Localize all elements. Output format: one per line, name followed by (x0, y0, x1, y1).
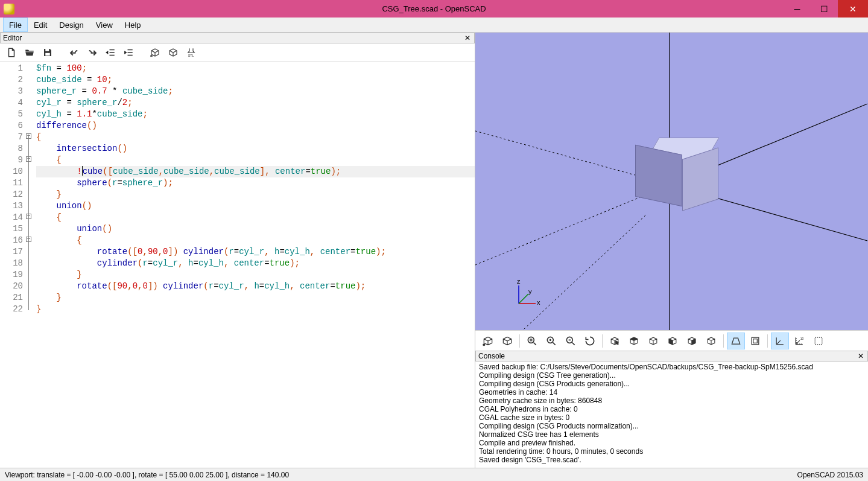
menu-help[interactable]: Help (119, 18, 147, 32)
zoom-in-button[interactable] (542, 333, 560, 349)
console-panel-header: Console ✕ (475, 351, 868, 362)
view-right-button[interactable] (606, 333, 624, 349)
code-line[interactable]: sphere_r = 0.7 * cube_side; (36, 86, 475, 97)
view-front-button[interactable] (683, 333, 701, 349)
svg-line-6 (475, 194, 647, 265)
view-left-button[interactable] (664, 333, 682, 349)
menu-file[interactable]: File (3, 18, 28, 32)
menu-design[interactable]: Design (53, 18, 89, 32)
console-line: Compiling design (CSG Tree generation)..… (479, 371, 864, 380)
editor-pane: Editor ✕ STL 123456789101112131415161718… (0, 33, 475, 468)
svg-line-8 (505, 214, 647, 330)
console-line: Total rendering time: 0 hours, 0 minutes… (479, 447, 864, 456)
code-line[interactable]: cyl_h = 1.1*cube_side; (36, 109, 475, 120)
code-editor[interactable]: 12345678910111213141516171819202122 −−−−… (0, 62, 475, 468)
code-line[interactable]: } (36, 269, 475, 281)
minimize-button[interactable]: ─ (784, 0, 811, 18)
statusbar: Viewport: translate = [ -0.00 -0.00 -0.0… (0, 468, 868, 481)
console-line: Geometry cache size in bytes: 860848 (479, 397, 864, 405)
new-file-button[interactable] (4, 45, 19, 60)
code-line[interactable]: { (36, 212, 475, 223)
status-viewport-info: Viewport: translate = [ -0.00 -0.00 -0.0… (5, 471, 289, 479)
code-line[interactable]: sphere(r=sphere_r); (36, 177, 475, 189)
right-pane: z y x 10 (475, 33, 868, 468)
menu-view[interactable]: View (90, 18, 119, 32)
code-line[interactable]: $fn = 100; (36, 63, 475, 74)
show-scale-button[interactable]: 10 (790, 333, 808, 349)
console-pane: Console ✕ Saved backup file: C:/Users/St… (475, 351, 868, 468)
svg-rect-0 (45, 49, 49, 51)
code-line[interactable]: rotate([0,90,0]) cylinder(r=cyl_r, h=cyl… (36, 246, 475, 258)
svg-line-4 (475, 131, 650, 179)
code-line[interactable]: } (36, 189, 475, 200)
perspective-button[interactable] (727, 333, 745, 349)
editor-panel-header: Editor ✕ (0, 33, 475, 43)
window-title: CSG_Tree.scad - OpenSCAD (0, 4, 868, 13)
svg-line-11 (519, 294, 528, 304)
console-output[interactable]: Saved backup file: C:/Users/Steve/Docume… (475, 362, 868, 468)
reset-view-button[interactable] (581, 333, 599, 349)
console-panel-close-icon[interactable]: ✕ (857, 352, 865, 360)
undo-button[interactable] (66, 45, 82, 60)
orthographic-button[interactable] (746, 333, 764, 349)
code-line[interactable]: cube_side = 10; (36, 74, 475, 86)
editor-panel-close-icon[interactable]: ✕ (463, 34, 472, 42)
svg-rect-18 (815, 337, 822, 345)
console-line: Compiling design (CSG Products generatio… (479, 380, 864, 388)
menu-edit[interactable]: Edit (28, 18, 53, 32)
unindent-button[interactable] (103, 45, 118, 60)
menubar: File Edit Design View Help (0, 18, 868, 33)
code-line[interactable]: difference() (36, 120, 475, 132)
redo-button[interactable] (84, 45, 100, 60)
code-line[interactable]: } (36, 292, 475, 304)
close-button[interactable]: ✕ (838, 0, 868, 18)
view-top-button[interactable] (625, 333, 643, 349)
show-axes-button[interactable] (771, 333, 789, 349)
console-line: CGAL cache size in bytes: 0 (479, 413, 864, 422)
console-line: Compile and preview finished. (479, 439, 864, 447)
zoom-all-button[interactable] (523, 333, 541, 349)
code-line[interactable]: intersection() (36, 143, 475, 154)
code-line[interactable]: rotate([90,0,0]) cylinder(r=cyl_r, h=cyl… (36, 281, 475, 292)
view-bottom-button[interactable] (644, 333, 662, 349)
code-line[interactable]: cylinder(r=cyl_r, h=cyl_h, center=true); (36, 258, 475, 269)
console-line: Compiling design (CSG Products normaliza… (479, 422, 864, 430)
titlebar: CSG_Tree.scad - OpenSCAD ─ ☐ ✕ (0, 0, 868, 18)
console-panel-label: Console (478, 352, 505, 360)
code-line[interactable]: !cube([cube_side,cube_side,cube_side], c… (36, 166, 475, 177)
view-back-button[interactable] (702, 333, 720, 349)
maximize-button[interactable]: ☐ (811, 0, 838, 18)
console-line: CGAL Polyhedrons in cache: 0 (479, 405, 864, 413)
svg-rect-1 (45, 53, 50, 56)
editor-panel-label: Editor (3, 34, 22, 42)
show-crosshairs-button[interactable] (809, 333, 828, 349)
svg-rect-15 (752, 337, 759, 345)
code-line[interactable]: union() (36, 200, 475, 212)
code-line[interactable]: { (36, 132, 475, 143)
preview-view-button[interactable] (479, 333, 497, 349)
code-line[interactable]: cyl_r = sphere_r/2; (36, 97, 475, 109)
code-line[interactable]: { (36, 154, 475, 166)
render-view-button[interactable] (498, 333, 516, 349)
app-icon (4, 4, 14, 14)
svg-rect-16 (753, 339, 758, 343)
3d-viewport[interactable]: z y x (475, 33, 868, 330)
axis-z-label: z (517, 278, 521, 285)
svg-text:STL: STL (188, 53, 194, 57)
status-version: OpenSCAD 2015.03 (797, 471, 863, 479)
axis-x-label: x (537, 299, 540, 306)
zoom-out-button[interactable] (562, 333, 580, 349)
indent-button[interactable] (121, 45, 136, 60)
render-button[interactable] (165, 45, 181, 60)
console-line: Saved backup file: C:/Users/Steve/Docume… (479, 363, 864, 371)
console-line: Saved design 'CSG_Tree.scad'. (479, 456, 864, 464)
open-file-button[interactable] (22, 45, 37, 60)
preview-button[interactable] (147, 45, 163, 60)
code-line[interactable]: } (36, 304, 475, 315)
axis-gizmo: z y x (512, 281, 542, 312)
export-stl-button[interactable]: STL (183, 45, 199, 60)
save-file-button[interactable] (40, 45, 55, 60)
code-line[interactable]: union() (36, 223, 475, 235)
editor-toolbar: STL (0, 43, 475, 62)
code-line[interactable]: { (36, 235, 475, 246)
